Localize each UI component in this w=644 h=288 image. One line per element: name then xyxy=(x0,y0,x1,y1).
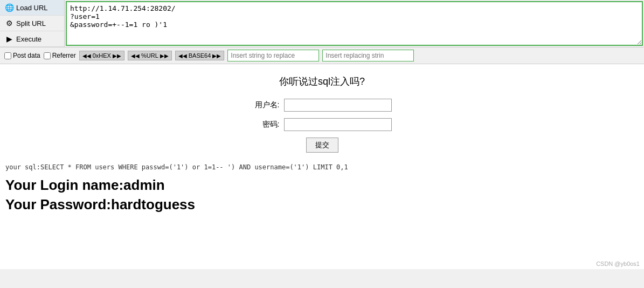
url-arrow-left-icon xyxy=(131,52,140,59)
url-decode-button[interactable]: %URL xyxy=(128,51,172,60)
watermark: CSDN @yb0os1 xyxy=(596,260,640,267)
referrer-label: Referrer xyxy=(52,52,76,59)
execute-label: Execute xyxy=(16,35,41,43)
password-row: 密码: xyxy=(253,118,392,131)
load-url-icon: 🌐 xyxy=(4,3,14,12)
execute-button[interactable]: ▶ Execute xyxy=(0,31,64,47)
replacing-string-input[interactable] xyxy=(322,50,414,61)
load-url-label: Load URL xyxy=(16,4,48,12)
base64-label: BASE64 xyxy=(189,52,211,59)
options-bar: Post data Referrer 0xHEX %URL BASE64 xyxy=(0,47,644,64)
left-buttons: 🌐 Load URL ⚙ Split URL ▶ Execute xyxy=(0,0,65,47)
post-data-label: Post data xyxy=(13,52,40,59)
hex-arrow-right-icon xyxy=(113,52,121,59)
post-data-checkbox[interactable] xyxy=(4,52,11,59)
split-url-label: Split URL xyxy=(16,19,46,28)
url-input[interactable]: http://1.14.71.254:28202/ ?user=1 &passw… xyxy=(66,1,643,46)
username-row: 用户名: xyxy=(253,99,392,112)
submit-button[interactable]: 提交 xyxy=(306,138,338,153)
url-arrow-right-icon xyxy=(160,52,169,59)
username-label: 用户名: xyxy=(253,100,280,110)
password-label: 密码: xyxy=(253,120,280,129)
post-data-checkbox-label[interactable]: Post data xyxy=(4,52,40,59)
sql-output: your sql:SELECT * FROM users WHERE passw… xyxy=(5,163,639,171)
password-result: Your Password:hardtoguess xyxy=(5,195,639,214)
load-url-button[interactable]: 🌐 Load URL xyxy=(0,0,64,16)
url-label: %URL xyxy=(141,52,158,59)
split-url-icon: ⚙ xyxy=(4,18,14,28)
login-form: 用户名: 密码: 提交 xyxy=(5,99,639,153)
page-title: 你听说过sql注入吗? xyxy=(5,75,639,88)
base64-arrow-left-icon xyxy=(178,52,187,59)
base64-arrow-right-icon xyxy=(212,52,221,59)
password-input[interactable] xyxy=(284,118,392,131)
main-content: 你听说过sql注入吗? 用户名: 密码: 提交 your sql:SELECT … xyxy=(0,64,644,269)
base64-decode-button[interactable]: BASE64 xyxy=(175,51,225,60)
username-input[interactable] xyxy=(284,99,392,112)
split-url-button[interactable]: ⚙ Split URL xyxy=(0,16,64,31)
execute-icon: ▶ xyxy=(4,34,14,44)
login-name-result: Your Login name:admin xyxy=(5,175,639,195)
hex-arrow-left-icon xyxy=(82,52,91,59)
referrer-checkbox-label[interactable]: Referrer xyxy=(44,52,76,59)
hex-label: 0xHEX xyxy=(93,52,111,59)
referrer-checkbox[interactable] xyxy=(44,52,51,59)
hex-decode-button[interactable]: 0xHEX xyxy=(79,51,124,60)
toolbar: 🌐 Load URL ⚙ Split URL ▶ Execute http://… xyxy=(0,0,644,47)
replace-string-input[interactable] xyxy=(227,50,319,61)
